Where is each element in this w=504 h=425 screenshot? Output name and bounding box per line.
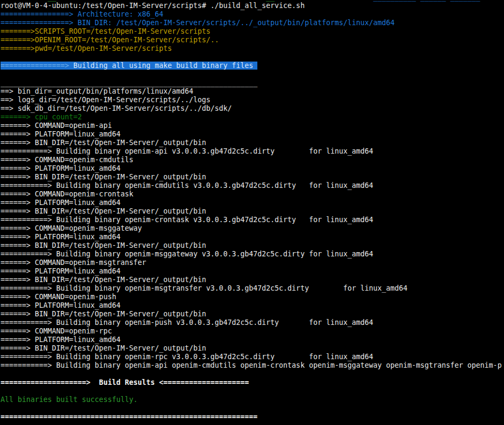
building-binary-line: ===========> Building binary openim-push… [1,318,504,327]
building-binary-line: ===========> Building binary openim-cmdu… [1,181,504,190]
bin-dir-line: ======> BIN_DIR=/test/Open-IM-Server/_ou… [1,139,504,147]
platform-line: ======> PLATFORM=linux_amd64 [1,267,504,276]
building-binary-line: ===========> Building binary openim-msgt… [1,284,504,293]
platform-line: ======> PLATFORM=linux_amd64 [1,164,504,173]
cpu-count-line: ======> cpu_count=2 [1,113,504,122]
building-binary-line: ===========> Building binary openim-cron… [1,216,504,224]
build-results-header: ====================> Build Results <===… [1,378,504,387]
bin-dir-var-line: ==> bin_dir=_output/bin/platforms/linux/… [1,87,504,96]
command-line: ======> COMMAND=openim-api [1,122,504,130]
logs-dir-var-line: ==> logs_dir=/test/Open-IM-Server/script… [1,96,504,104]
building-binary-line: ===========> Building binary openim-api … [1,147,504,156]
command-line: ======> COMMAND=openim-rpc [1,327,504,336]
bin-dir-line: ======> BIN_DIR=/test/Open-IM-Server/_ou… [1,173,504,181]
blank-line [1,387,504,396]
command-line: ======> COMMAND=openim-crontask [1,190,504,199]
bin-dir-line: ======> BIN_DIR=/test/Open-IM-Server/_ou… [1,344,504,353]
command-line: ======> COMMAND=openim-cmdutils [1,156,504,164]
equals-rule: ========================================… [1,413,504,421]
scripts-root-line: =======>SCRIPTS_ROOT=/test/Open-IM-Serve… [1,27,504,36]
command-line: ======> COMMAND=openim-msgtransfer [1,259,504,267]
bin-dir-line: ======> BIN_DIR=/test/Open-IM-Server/_ou… [1,276,504,284]
command-line: ======> COMMAND=openim-push [1,293,504,301]
blank-line [1,53,504,62]
building-all-banner: ===============> Building all using make… [1,62,504,70]
building-all-binaries-line: ===========> Building binary openim-api … [1,361,504,370]
command-line: ======> COMMAND=openim-msggateway [1,224,504,233]
build-success-line: All binaries built successfully. [1,396,504,404]
underscore-rule: ________________________________________… [1,79,504,87]
building-binary-line: ===========> Building binary openim-msgg… [1,250,504,259]
pwd-line: =======>pwd=/test/Open-IM-Server/scripts [1,44,504,53]
platform-line: ======> PLATFORM=linux_amd64 [1,199,504,207]
blank-line [1,70,504,79]
sdk-db-dir-var-line: ==> sdk_db_dir=/test/Open-IM-Server/scri… [1,104,504,113]
bin-dir-line: ======> BIN_DIR=/test/Open-IM-Server/_ou… [1,241,504,250]
terminal-window[interactable]: __ __ __________ ______ _______root@VM-0… [0,0,504,425]
platform-line: ======> PLATFORM=linux_amd64 [1,233,504,241]
shell-prompt-line: root@VM-0-4-ubuntu:/test/Open-IM-Server/… [1,2,504,10]
platform-line: ======> PLATFORM=linux_amd64 [1,301,504,310]
architecture-line: ================> Architecture: x86_64 [1,10,504,19]
blank-line [1,370,504,378]
openim-root-line: =======>OPENIM_ROOT=/test/Open-IM-Server… [1,36,504,44]
building-binary-line: ===========> Building binary openim-rpc … [1,353,504,361]
terminal-output: __ __ __________ ______ _______root@VM-0… [1,0,504,421]
blank-line [1,404,504,413]
platform-line: ======> PLATFORM=linux_amd64 [1,336,504,344]
platform-line: ======> PLATFORM=linux_amd64 [1,130,504,139]
bin-dir-line: ======> BIN_DIR=/test/Open-IM-Server/_ou… [1,207,504,216]
bin-dir-line: ======> BIN_DIR=/test/Open-IM-Server/_ou… [1,310,504,318]
bindir-line: ================> BIN_DIR: /test/Open-IM… [1,19,504,27]
